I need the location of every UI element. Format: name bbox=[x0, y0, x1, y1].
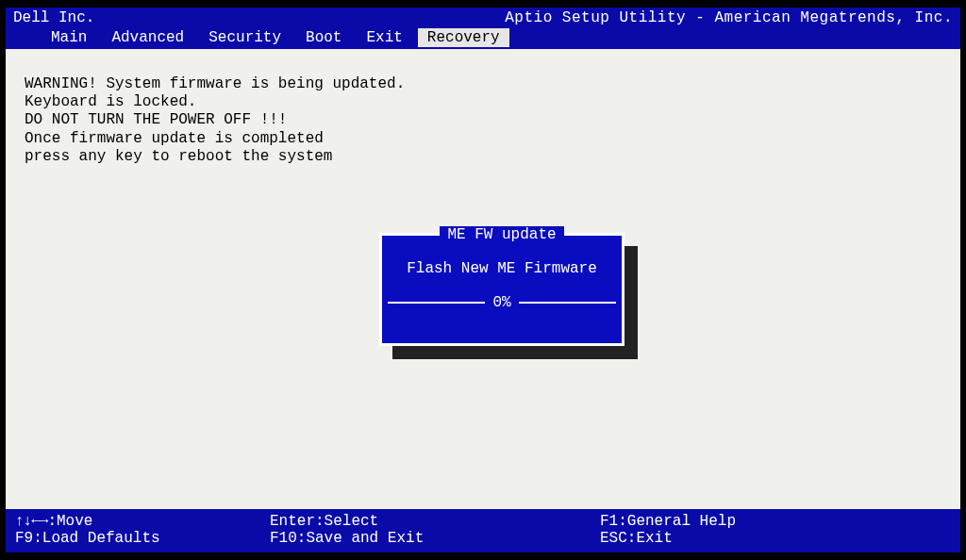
tab-advanced[interactable]: Advanced bbox=[102, 28, 193, 47]
bios-header: Dell Inc. Aptio Setup Utility - American… bbox=[6, 8, 960, 49]
tab-recovery[interactable]: Recovery bbox=[418, 28, 509, 47]
dialog-title-bar: ME FW update bbox=[382, 225, 622, 242]
hint-defaults: F9:Load Defaults bbox=[15, 530, 270, 547]
warning-line-1: WARNING! System firmware is being update… bbox=[25, 75, 941, 93]
hint-save-exit: F10:Save and Exit bbox=[270, 530, 600, 547]
main-panel: WARNING! System firmware is being update… bbox=[6, 49, 960, 509]
dialog-title: ME FW update bbox=[440, 226, 563, 243]
firmware-dialog: ME FW update Flash New ME Firmware 0% bbox=[379, 233, 625, 346]
warning-line-3: DO NOT TURN THE POWER OFF !!! bbox=[25, 111, 941, 129]
footer-row-2: F9:Load Defaults F10:Save and Exit ESC:E… bbox=[15, 530, 951, 547]
bios-frame: Dell Inc. Aptio Setup Utility - American… bbox=[6, 8, 960, 552]
utility-title: Aptio Setup Utility - American Megatrend… bbox=[505, 9, 953, 26]
tab-main[interactable]: Main bbox=[42, 28, 96, 47]
hint-move-label: :Move bbox=[47, 513, 92, 530]
tab-boot[interactable]: Boot bbox=[296, 28, 351, 47]
bios-footer: ↑↓←→:Move Enter:Select F1:General Help F… bbox=[6, 509, 960, 552]
warning-line-2: Keyboard is locked. bbox=[25, 93, 941, 111]
tab-security[interactable]: Security bbox=[199, 28, 291, 47]
hint-esc-exit: ESC:Exit bbox=[600, 530, 951, 547]
header-top-row: Dell Inc. Aptio Setup Utility - American… bbox=[13, 9, 953, 26]
progress-row: 0% bbox=[382, 294, 622, 311]
hint-select: Enter:Select bbox=[270, 513, 600, 530]
menu-tabs: Main Advanced Security Boot Exit Recover… bbox=[13, 28, 953, 47]
firmware-dialog-wrap: ME FW update Flash New ME Firmware 0% bbox=[379, 233, 625, 346]
progress-line-right bbox=[519, 302, 616, 304]
arrow-keys-icon: ↑↓←→ bbox=[15, 513, 47, 530]
vendor-label: Dell Inc. bbox=[13, 9, 94, 26]
warning-line-4: Once firmware update is completed bbox=[25, 130, 941, 148]
warning-line-5: press any key to reboot the system bbox=[25, 148, 941, 166]
progress-percent: 0% bbox=[491, 294, 512, 311]
progress-line-left bbox=[388, 302, 485, 304]
hint-move: ↑↓←→:Move bbox=[15, 513, 270, 530]
footer-row-1: ↑↓←→:Move Enter:Select F1:General Help bbox=[15, 513, 951, 530]
hint-help: F1:General Help bbox=[600, 513, 951, 530]
tab-exit[interactable]: Exit bbox=[357, 28, 411, 47]
